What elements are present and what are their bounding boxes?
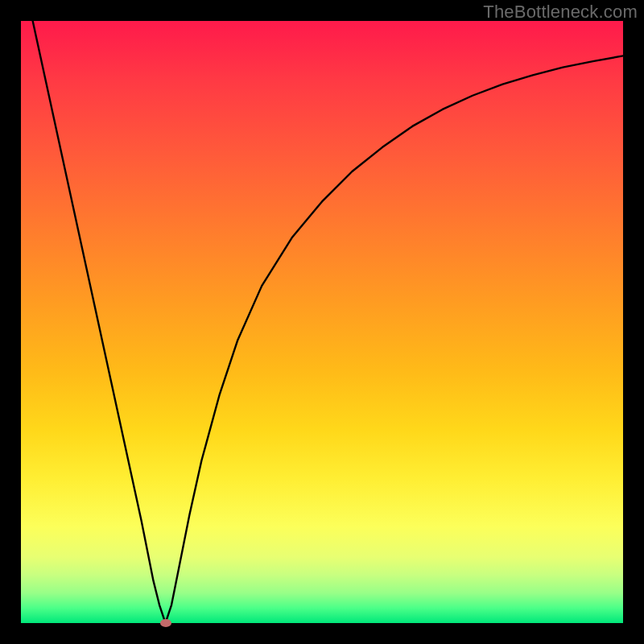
bottleneck-curve [21, 0, 623, 623]
chart-frame [21, 21, 623, 623]
chart-curve-layer [21, 21, 623, 623]
watermark-text: TheBottleneck.com [483, 2, 638, 23]
minimum-marker [160, 619, 171, 627]
